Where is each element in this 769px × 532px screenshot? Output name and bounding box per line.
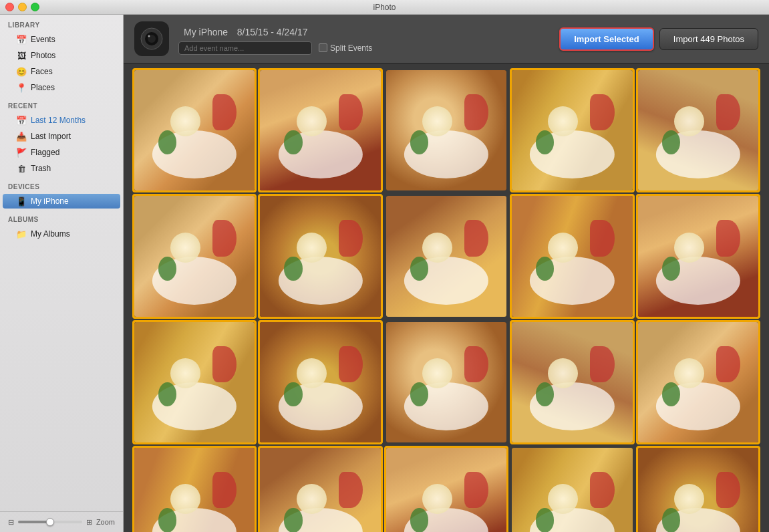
photo-cell[interactable]: [134, 70, 255, 190]
photo-cell[interactable]: [512, 322, 632, 442]
zoom-track[interactable]: [18, 521, 82, 523]
zoom-in-icon: ⊞: [86, 518, 92, 527]
sidebar-item-label: Trash: [31, 164, 51, 173]
import-icon: 📥: [16, 131, 27, 142]
app-title: iPhoto: [373, 3, 396, 12]
event-name-input[interactable]: [178, 41, 312, 55]
split-events-checkbox[interactable]: [319, 43, 327, 52]
sidebar-item-myiphone[interactable]: 📱 My iPhone: [3, 194, 120, 209]
photo-cell[interactable]: [134, 196, 255, 316]
sidebar-item-label: Last Import: [31, 132, 71, 141]
photo-grid-container[interactable]: [124, 63, 769, 532]
sidebar-item-label: Faces: [31, 67, 53, 76]
photo-cell[interactable]: [512, 196, 632, 316]
device-subrow: Split Events: [178, 41, 550, 55]
photo-cell[interactable]: [134, 322, 255, 442]
photo-cell[interactable]: [638, 70, 758, 190]
flag-icon: 🚩: [16, 147, 27, 158]
faces-icon: 😊: [16, 66, 27, 77]
sidebar-item-faces[interactable]: 😊 Faces: [3, 64, 120, 79]
device-name: My iPhone 8/15/15 - 4/24/17: [178, 23, 550, 39]
photo-cell[interactable]: [638, 448, 758, 532]
photos-icon: 🖼: [16, 50, 27, 61]
close-button[interactable]: [5, 3, 14, 11]
photo-cell[interactable]: [638, 322, 758, 442]
sidebar-item-flagged[interactable]: 🚩 Flagged: [3, 145, 120, 160]
device-icon: [134, 21, 169, 56]
zoom-thumb[interactable]: [46, 518, 54, 526]
content-area: My iPhone 8/15/15 - 4/24/17 Split Events…: [124, 15, 769, 532]
import-all-button[interactable]: Import 449 Photos: [659, 28, 758, 50]
photo-cell[interactable]: [134, 448, 255, 532]
sidebar-item-label: Flagged: [31, 148, 59, 157]
albums-header: ALBUMS: [0, 209, 123, 226]
zoom-bar: ⊟ ⊞ Zoom: [0, 511, 123, 532]
sidebar-item-events[interactable]: 📅 Events: [3, 32, 120, 47]
device-info: My iPhone 8/15/15 - 4/24/17 Split Events: [178, 23, 550, 55]
photo-cell[interactable]: [386, 196, 506, 316]
minimize-button[interactable]: [18, 3, 27, 11]
calendar-icon: 📅: [16, 115, 27, 126]
places-icon: 📍: [16, 82, 27, 93]
sidebar-item-label: My Albums: [31, 229, 70, 239]
maximize-button[interactable]: [31, 3, 39, 11]
split-events-wrap: Split Events: [319, 43, 372, 53]
sidebar-item-photos[interactable]: 🖼 Photos: [3, 48, 120, 63]
photo-cell[interactable]: [260, 448, 380, 532]
sidebar-item-label: Places: [31, 83, 55, 92]
zoom-out-icon: ⊟: [8, 518, 14, 527]
sidebar-item-lastimport[interactable]: 📥 Last Import: [3, 129, 120, 144]
sidebar-item-label: Events: [31, 35, 55, 44]
date-range: 8/15/15 - 4/24/17: [237, 27, 308, 37]
sidebar-item-label: My iPhone: [31, 196, 69, 206]
iphone-icon: 📱: [16, 196, 27, 207]
photo-cell[interactable]: [386, 448, 506, 532]
recent-header: RECENT: [0, 96, 123, 112]
photo-cell[interactable]: [260, 70, 380, 190]
sidebar-item-last12months[interactable]: 📅 Last 12 Months: [3, 113, 120, 128]
sidebar-item-myalbums[interactable]: 📁 My Albums: [3, 227, 120, 241]
album-icon: 📁: [16, 229, 27, 239]
svg-point-3: [148, 35, 150, 37]
sidebar-item-label: Photos: [31, 51, 55, 60]
photo-cell[interactable]: [386, 70, 506, 190]
title-bar: iPhoto: [0, 0, 769, 15]
photo-cell[interactable]: [260, 322, 380, 442]
library-header: LIBRARY: [0, 15, 123, 31]
split-events-label: Split Events: [330, 43, 372, 53]
zoom-label: Zoom: [96, 518, 115, 526]
app-body: LIBRARY 📅 Events 🖼 Photos 😊 Faces 📍 Plac…: [0, 15, 769, 532]
photo-cell[interactable]: [638, 196, 758, 316]
window-controls: [5, 3, 39, 11]
sidebar: LIBRARY 📅 Events 🖼 Photos 😊 Faces 📍 Plac…: [0, 15, 124, 532]
photo-cell[interactable]: [512, 70, 632, 190]
photo-cell[interactable]: [260, 196, 380, 316]
photo-grid: [134, 70, 758, 532]
import-actions: Import Selected Import 449 Photos: [559, 27, 758, 51]
trash-icon: 🗑: [16, 163, 27, 174]
sidebar-item-label: Last 12 Months: [31, 116, 86, 125]
device-header: My iPhone 8/15/15 - 4/24/17 Split Events…: [124, 15, 769, 63]
sidebar-item-places[interactable]: 📍 Places: [3, 80, 120, 95]
photo-cell[interactable]: [512, 448, 632, 532]
devices-header: DEVICES: [0, 176, 123, 193]
events-icon: 📅: [16, 34, 27, 45]
import-selected-button[interactable]: Import Selected: [559, 27, 654, 51]
photo-cell[interactable]: [386, 322, 506, 442]
sidebar-item-trash[interactable]: 🗑 Trash: [3, 161, 120, 176]
